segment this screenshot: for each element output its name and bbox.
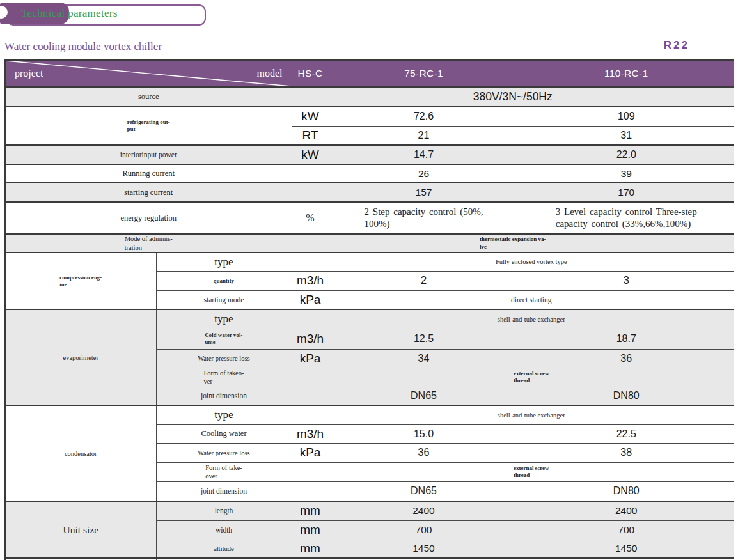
row-starting-current: starting current 157 170 bbox=[5, 183, 734, 202]
evaporator-takeover-value-cell: external screw thread bbox=[329, 368, 734, 387]
condenser-joint-b: DN80 bbox=[519, 481, 734, 501]
running-current-label: Running current bbox=[5, 164, 292, 183]
unit-size-length-a: 2400 bbox=[329, 501, 519, 520]
compressor-quantity-unit: m3/h bbox=[292, 271, 329, 290]
cooling-capacity-rt-unit: RT bbox=[292, 126, 329, 145]
unit-size-altitude-unit: mm bbox=[292, 540, 329, 558]
condenser-cooling-water-unit: m3/h bbox=[292, 424, 329, 443]
compressor-group-label: compression eng- ine bbox=[59, 274, 102, 288]
compressor-quantity-label: quantity bbox=[156, 271, 292, 290]
header-model-a: 75-RC-1 bbox=[329, 60, 519, 87]
cooling-capacity-rt-b: 31 bbox=[519, 126, 734, 145]
row-running-current: Running current 26 39 bbox=[5, 164, 734, 183]
energy-regulation-a: 2 Step capacity control (50%, 100%) bbox=[365, 206, 483, 230]
input-power-unit: kW bbox=[292, 145, 329, 164]
unit-size-width-label: width bbox=[156, 520, 292, 540]
header-model-label: model bbox=[257, 68, 283, 79]
evaporator-cold-water-label: Cold water vol- ume bbox=[205, 332, 242, 345]
cooling-capacity-label-cell: refrigerating out- put bbox=[5, 107, 292, 145]
mode-of-administration-label-cell: Mode of adminis- tration bbox=[5, 234, 292, 253]
evaporator-group-label: evaporimeter bbox=[5, 309, 156, 405]
unit-size-altitude-a: 1450 bbox=[329, 540, 519, 558]
unit-size-length-label: length bbox=[156, 501, 292, 520]
running-current-b: 39 bbox=[519, 164, 734, 183]
evaporator-type-value-cell: shell-and-tube exchanger bbox=[329, 309, 734, 329]
condenser-cooling-water-b: 22.5 bbox=[519, 424, 734, 443]
refrigerant-badge: R22 bbox=[664, 39, 689, 52]
evaporator-cold-water-b: 18.7 bbox=[519, 329, 734, 349]
input-power-a: 14.7 bbox=[329, 145, 519, 164]
row-unit-size-length: Unit size length mm 2400 2400 bbox=[5, 501, 734, 520]
unit-size-altitude-b: 1450 bbox=[519, 540, 734, 558]
row-cooling-capacity-kw: refrigerating out- put kW 72.6 109 bbox=[5, 107, 734, 126]
table-header-row: project model HS-C 75-RC-1 110-RC-1 bbox=[5, 60, 734, 87]
mode-of-administration-label: Mode of adminis- tration bbox=[125, 235, 173, 251]
page: Technical parameters Water cooling modul… bbox=[0, 0, 738, 560]
unit-size-width-unit: mm bbox=[292, 520, 329, 540]
condenser-takeover-label-cell: Form of take- over bbox=[156, 462, 292, 481]
evaporator-pressure-loss-b: 36 bbox=[519, 349, 734, 368]
energy-regulation-b: 3 Level capacity control Three-step capa… bbox=[556, 206, 697, 230]
condenser-cooling-water-a: 15.0 bbox=[329, 424, 519, 443]
condenser-joint-label: joint dimension bbox=[156, 481, 292, 501]
starting-current-a: 157 bbox=[329, 183, 519, 202]
energy-regulation-a-cell: 2 Step capacity control (50%, 100%) bbox=[329, 202, 519, 234]
source-label: source bbox=[5, 87, 292, 107]
condenser-cooling-water-label: Cooling water bbox=[156, 424, 292, 443]
condenser-group-label: condensator bbox=[5, 405, 156, 501]
evaporator-cold-water-a: 12.5 bbox=[329, 329, 519, 349]
evaporator-pressure-loss-a: 34 bbox=[329, 349, 519, 368]
condenser-takeover-value-cell: external screw thread bbox=[329, 462, 734, 481]
cooling-capacity-rt-a: 21 bbox=[329, 126, 519, 145]
energy-regulation-b-cell: 3 Level capacity control Three-step capa… bbox=[519, 202, 734, 234]
condenser-type-label: type bbox=[156, 405, 292, 424]
compressor-type-value-cell: Fully enclosed vortex type bbox=[329, 253, 734, 271]
cooling-capacity-label: refrigerating out- put bbox=[127, 119, 170, 132]
cooling-capacity-kw-unit: kW bbox=[292, 107, 329, 126]
header-model-b: 110-RC-1 bbox=[519, 60, 734, 87]
row-energy-regulation: energy regulation % 2 Step capacity cont… bbox=[5, 202, 734, 234]
unit-size-length-unit: mm bbox=[292, 501, 329, 520]
row-compressor-type: compression eng- ine type Fully enclosed… bbox=[5, 253, 734, 271]
evaporator-cold-water-label-cell: Cold water vol- ume bbox=[156, 329, 292, 349]
running-current-a: 26 bbox=[329, 164, 519, 183]
evaporator-pressure-loss-label: Water pressure loss bbox=[156, 349, 292, 368]
input-power-b: 22.0 bbox=[519, 145, 734, 164]
evaporator-takeover-label: Form of takeo- ver bbox=[204, 369, 244, 385]
evaporator-type-unit-empty bbox=[292, 309, 329, 329]
row-source: source 380V/3N~/50Hz bbox=[5, 87, 734, 107]
header-project-label: project bbox=[15, 68, 43, 79]
condenser-type-unit-empty bbox=[292, 405, 329, 424]
compressor-group-cell: compression eng- ine bbox=[5, 253, 156, 309]
header-series: HS-C bbox=[292, 60, 329, 87]
evaporator-joint-a: DN65 bbox=[329, 387, 519, 405]
evaporator-cold-water-unit: m3/h bbox=[292, 329, 329, 349]
unit-size-length-b: 2400 bbox=[519, 501, 734, 520]
evaporator-takeover-value: external screw thread bbox=[514, 370, 549, 385]
row-condenser-type: condensator type shell-and-tube exchange… bbox=[5, 405, 734, 424]
running-current-unit-empty bbox=[292, 164, 329, 183]
energy-regulation-unit: % bbox=[292, 202, 329, 234]
compressor-starting-mode-value-cell: direct starting bbox=[329, 290, 734, 309]
condenser-pressure-loss-unit: kPa bbox=[292, 443, 329, 462]
condenser-pressure-loss-a: 36 bbox=[329, 443, 519, 462]
evaporator-joint-b: DN80 bbox=[519, 387, 734, 405]
compressor-type-unit-empty bbox=[292, 253, 329, 271]
condenser-pressure-loss-label: Water pressure loss bbox=[156, 443, 292, 462]
starting-current-label: starting current bbox=[5, 183, 292, 202]
evaporator-type-label: type bbox=[156, 309, 292, 329]
compressor-starting-mode-unit: kPa bbox=[292, 290, 329, 309]
cooling-capacity-kw-b: 109 bbox=[519, 107, 734, 126]
unit-size-group-label: Unit size bbox=[5, 501, 156, 558]
evaporator-joint-label: joint dimension bbox=[156, 387, 292, 405]
energy-regulation-label: energy regulation bbox=[5, 202, 292, 234]
spec-table: project model HS-C 75-RC-1 110-RC-1 sour… bbox=[4, 59, 734, 560]
mode-of-administration-value: thermostatic expansion va- lve bbox=[480, 236, 546, 251]
compressor-type-value: Fully enclosed vortex type bbox=[496, 258, 567, 266]
header-project-model-cell: project model bbox=[5, 60, 292, 87]
compressor-quantity-a: 2 bbox=[329, 271, 519, 290]
unit-size-width-a: 700 bbox=[329, 520, 519, 540]
condenser-type-value: shell-and-tube exchanger bbox=[498, 411, 565, 419]
evaporator-takeover-unit-empty bbox=[292, 368, 329, 387]
spec-table-wrapper: project model HS-C 75-RC-1 110-RC-1 sour… bbox=[4, 59, 734, 560]
